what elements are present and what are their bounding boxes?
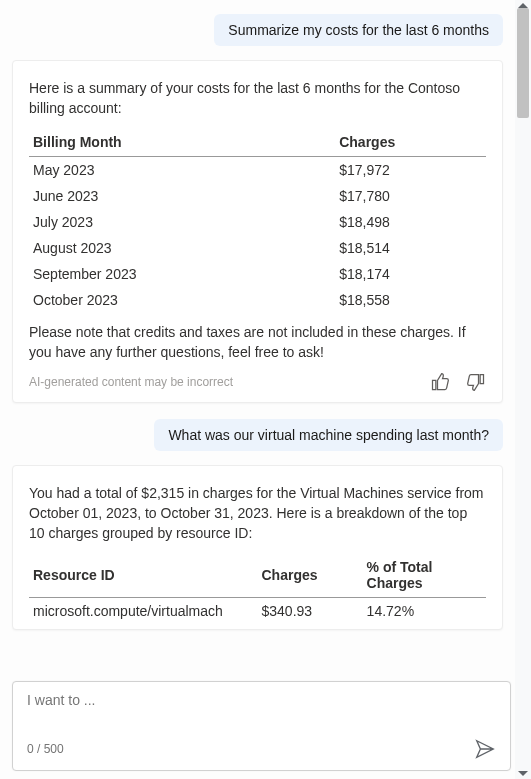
col-pct: % of Total Charges: [363, 555, 486, 598]
chat-root: Summarize my costs for the last 6 months…: [0, 0, 531, 779]
user-bubble: What was our virtual machine spending la…: [154, 419, 503, 451]
costs-table: Billing Month Charges May 2023$17,972 Ju…: [29, 130, 486, 313]
col-charges: Charges: [258, 555, 363, 598]
message-input-bar[interactable]: I want to ... 0 / 500: [12, 681, 511, 771]
ai-footer: AI-generated content may be incorrect: [29, 372, 486, 392]
main-panel: Summarize my costs for the last 6 months…: [0, 0, 515, 779]
thumbs-up-icon[interactable]: [430, 372, 450, 392]
ai-outro-text: Please note that credits and taxes are n…: [29, 323, 486, 362]
table-row: July 2023$18,498: [29, 209, 486, 235]
col-charges: Charges: [335, 130, 486, 157]
table-row: May 2023$17,972: [29, 157, 486, 184]
ai-intro-text: Here is a summary of your costs for the …: [29, 79, 486, 118]
ai-disclaimer: AI-generated content may be incorrect: [29, 375, 233, 389]
resource-table: Resource ID Charges % of Total Charges m…: [29, 555, 486, 619]
table-row: October 2023$18,558: [29, 287, 486, 313]
scrollbar-thumb[interactable]: [517, 8, 529, 118]
ai-response-2: You had a total of $2,315 in charges for…: [12, 465, 503, 630]
send-icon[interactable]: [474, 738, 496, 760]
scrollbar-track[interactable]: [515, 8, 531, 771]
scroll-down-icon[interactable]: [518, 771, 528, 776]
table-row: June 2023$17,780: [29, 183, 486, 209]
col-resource-id: Resource ID: [29, 555, 258, 598]
user-message-2: What was our virtual machine spending la…: [12, 419, 503, 451]
chat-scroll-area[interactable]: Summarize my costs for the last 6 months…: [0, 0, 515, 779]
message-input[interactable]: I want to ...: [27, 692, 496, 708]
ai-intro-text: You had a total of $2,315 in charges for…: [29, 484, 486, 543]
ai-response-1: Here is a summary of your costs for the …: [12, 60, 503, 403]
table-row: microsoft.compute/virtualmach $340.93 14…: [29, 598, 486, 620]
scrollbar[interactable]: [515, 0, 531, 779]
feedback-buttons: [430, 372, 486, 392]
thumbs-down-icon[interactable]: [466, 372, 486, 392]
user-message-1: Summarize my costs for the last 6 months: [12, 14, 503, 46]
user-bubble: Summarize my costs for the last 6 months: [214, 14, 503, 46]
table-row: September 2023$18,174: [29, 261, 486, 287]
table-row: August 2023$18,514: [29, 235, 486, 261]
col-billing-month: Billing Month: [29, 130, 335, 157]
char-counter: 0 / 500: [27, 742, 64, 756]
